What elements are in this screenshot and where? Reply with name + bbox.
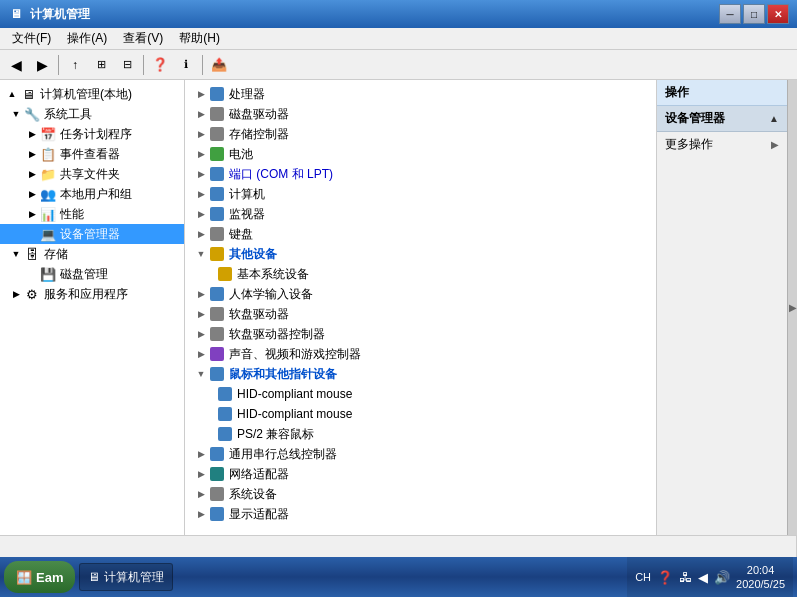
expand-usb[interactable]: ▶: [193, 446, 209, 462]
expand-ctrl[interactable]: ▶: [193, 126, 209, 142]
tray-arrow-icon[interactable]: ◀: [698, 570, 708, 585]
expand-sys[interactable]: ▶: [193, 486, 209, 502]
device-item-floppy[interactable]: ▶ 软盘驱动器: [185, 304, 656, 324]
tray-network-icon[interactable]: 🖧: [679, 570, 692, 585]
action-section-devmgr[interactable]: 设备管理器 ▲: [657, 106, 787, 132]
expand-hid[interactable]: ▶: [193, 286, 209, 302]
device-item-usb[interactable]: ▶ 通用串行总线控制器: [185, 444, 656, 464]
expand-cpu[interactable]: ▶: [193, 86, 209, 102]
device-item-net[interactable]: ▶ 网络适配器: [185, 464, 656, 484]
expand-task[interactable]: ▶: [24, 126, 40, 142]
help-button[interactable]: ❓: [148, 53, 172, 77]
expand-disk: [24, 266, 40, 282]
tree-item-storage[interactable]: ▼ 🗄 存储: [0, 244, 184, 264]
device-item-hid[interactable]: ▶ 人体学输入设备: [185, 284, 656, 304]
export-button[interactable]: 📤: [207, 53, 231, 77]
expand-floppy[interactable]: ▶: [193, 306, 209, 322]
minimize-button[interactable]: ─: [719, 4, 741, 24]
tree-item-share[interactable]: ▶ 📁 共享文件夹: [0, 164, 184, 184]
expand-other[interactable]: ▼: [193, 246, 209, 262]
expand-computer[interactable]: ▶: [193, 186, 209, 202]
label-event: 事件查看器: [60, 146, 120, 163]
tree-item-perf[interactable]: ▶ 📊 性能: [0, 204, 184, 224]
expand-svc[interactable]: ▶: [8, 286, 24, 302]
tree-item-task[interactable]: ▶ 📅 任务计划程序: [0, 124, 184, 144]
expand-event[interactable]: ▶: [24, 146, 40, 162]
tray-help-icon[interactable]: ❓: [657, 570, 673, 585]
expand-keyboard[interactable]: ▶: [193, 226, 209, 242]
expand-basic: [201, 266, 217, 282]
label-computer: 计算机: [229, 186, 265, 203]
tree-item-event[interactable]: ▶ 📋 事件查看器: [0, 144, 184, 164]
show-hide-button[interactable]: ⊞: [89, 53, 113, 77]
expand-storage[interactable]: ▼: [8, 246, 24, 262]
taskbar-app-compmgmt[interactable]: 🖥 计算机管理: [79, 563, 173, 591]
device-item-floppy-ctrl[interactable]: ▶ 软盘驱动器控制器: [185, 324, 656, 344]
expand-floppy-ctrl[interactable]: ▶: [193, 326, 209, 342]
expand-disk2[interactable]: ▶: [193, 106, 209, 122]
expand-net[interactable]: ▶: [193, 466, 209, 482]
expand-perf[interactable]: ▶: [24, 206, 40, 222]
action-more-label: 更多操作: [665, 136, 713, 153]
tree-item-devmgr[interactable]: 💻 设备管理器: [0, 224, 184, 244]
tree-item-disk[interactable]: 💾 磁盘管理: [0, 264, 184, 284]
expand-port[interactable]: ▶: [193, 166, 209, 182]
icon-floppy: [209, 306, 225, 322]
right-pane: 操作 设备管理器 ▲ 更多操作 ▶: [657, 80, 787, 535]
icon-port: [209, 166, 225, 182]
device-item-mouse2[interactable]: HID-compliant mouse: [185, 404, 656, 424]
tree-item-svc[interactable]: ▶ ⚙ 服务和应用程序: [0, 284, 184, 304]
expand-users[interactable]: ▶: [24, 186, 40, 202]
tray-volume-icon[interactable]: 🔊: [714, 570, 730, 585]
expand-battery[interactable]: ▶: [193, 146, 209, 162]
tree-item-root[interactable]: ▲ 🖥 计算机管理(本地): [0, 84, 184, 104]
right-edge-handle[interactable]: ▶: [787, 80, 797, 535]
icon-share: 📁: [40, 166, 56, 182]
expand-tools[interactable]: ▼: [8, 106, 24, 122]
device-item-display[interactable]: ▶ 显示适配器: [185, 504, 656, 524]
device-item-cpu[interactable]: ▶ 处理器: [185, 84, 656, 104]
toolbar-separator-3: [202, 55, 203, 75]
label-floppy-ctrl: 软盘驱动器控制器: [229, 326, 325, 343]
info-button[interactable]: ℹ: [174, 53, 198, 77]
device-item-port[interactable]: ▶ 端口 (COM 和 LPT): [185, 164, 656, 184]
expand-monitor[interactable]: ▶: [193, 206, 209, 222]
action-more[interactable]: 更多操作 ▶: [657, 132, 787, 157]
start-button[interactable]: 🪟 Eam: [4, 561, 75, 593]
icon-computer2: [209, 186, 225, 202]
device-item-keyboard[interactable]: ▶ 键盘: [185, 224, 656, 244]
device-item-ctrl[interactable]: ▶ 存储控制器: [185, 124, 656, 144]
action-header: 操作: [657, 80, 787, 106]
tree-button[interactable]: ⊟: [115, 53, 139, 77]
device-item-mouse1[interactable]: HID-compliant mouse: [185, 384, 656, 404]
expand-mouse[interactable]: ▼: [193, 366, 209, 382]
device-item-other[interactable]: ▼ 其他设备: [185, 244, 656, 264]
back-button[interactable]: ◀: [4, 53, 28, 77]
tree-item-users[interactable]: ▶ 👥 本地用户和组: [0, 184, 184, 204]
device-item-ps2[interactable]: PS/2 兼容鼠标: [185, 424, 656, 444]
expand-share[interactable]: ▶: [24, 166, 40, 182]
device-item-sys[interactable]: ▶ 系统设备: [185, 484, 656, 504]
up-button[interactable]: ↑: [63, 53, 87, 77]
menu-action[interactable]: 操作(A): [59, 28, 115, 49]
expand-display[interactable]: ▶: [193, 506, 209, 522]
maximize-button[interactable]: □: [743, 4, 765, 24]
menu-view[interactable]: 查看(V): [115, 28, 171, 49]
expand-sound[interactable]: ▶: [193, 346, 209, 362]
label-sound: 声音、视频和游戏控制器: [229, 346, 361, 363]
device-item-computer[interactable]: ▶ 计算机: [185, 184, 656, 204]
device-item-battery[interactable]: ▶ 电池: [185, 144, 656, 164]
device-item-sound[interactable]: ▶ 声音、视频和游戏控制器: [185, 344, 656, 364]
device-item-mouse[interactable]: ▼ 鼠标和其他指针设备: [185, 364, 656, 384]
close-button[interactable]: ✕: [767, 4, 789, 24]
forward-button[interactable]: ▶: [30, 53, 54, 77]
menu-help[interactable]: 帮助(H): [171, 28, 228, 49]
icon-other: [209, 246, 225, 262]
expand-root[interactable]: ▲: [4, 86, 20, 102]
menu-file[interactable]: 文件(F): [4, 28, 59, 49]
device-item-disk[interactable]: ▶ 磁盘驱动器: [185, 104, 656, 124]
tree-item-tools[interactable]: ▼ 🔧 系统工具: [0, 104, 184, 124]
device-item-monitor[interactable]: ▶ 监视器: [185, 204, 656, 224]
start-icon: 🪟: [16, 570, 32, 585]
device-item-basic[interactable]: 基本系统设备: [185, 264, 656, 284]
